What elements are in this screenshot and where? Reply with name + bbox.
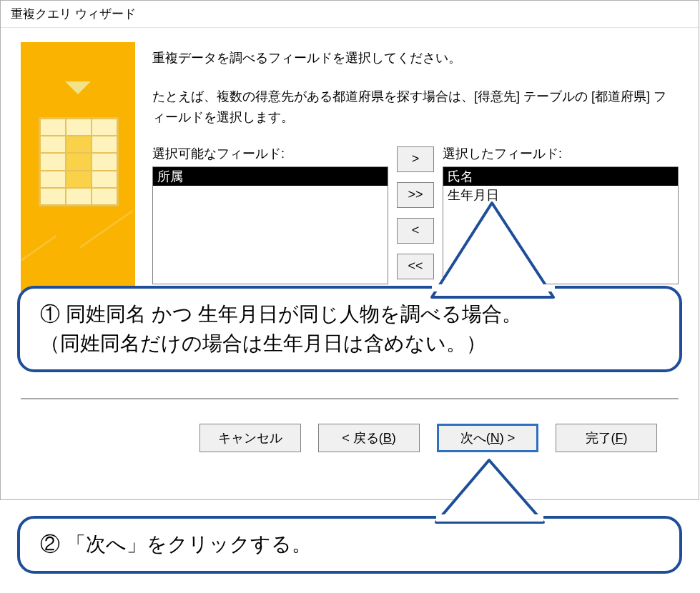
wizard-content: 重複データを調べるフィールドを選択してください。 たとえば、複数の得意先がある都… [152,42,679,292]
wizard-window: 重複クエリ ウィザード 重複データを調べるフィールドを選択してください。 たとえ… [0,0,699,500]
list-item[interactable]: 氏名 [443,167,678,186]
down-arrow-icon [65,81,91,94]
footer-divider [21,398,679,399]
list-item[interactable]: 所属 [153,167,388,186]
selected-label: 選択したフィールド: [443,145,679,162]
available-listbox[interactable]: 所属 [152,166,388,284]
wizard-footer: キャンセル < 戻る(B) 次へ(N) > 完了(F) [1,424,699,452]
callout-1: ① 同姓同名 かつ 生年月日が同じ人物を調べる場合。 （同姓同名だけの場合は生年… [17,286,682,372]
wizard-body: 重複データを調べるフィールドを選択してください。 たとえば、複数の得意先がある都… [1,28,699,292]
instruction-example: たとえば、複数の得意先がある都道府県を探す場合は、[得意先] テーブルの [都道… [152,86,679,128]
wizard-illustration [21,42,135,292]
available-label: 選択可能なフィールド: [152,145,388,162]
callout-2: ② 「次へ」をクリックする。 [17,516,682,574]
window-title: 重複クエリ ウィザード [1,1,699,28]
add-one-button[interactable]: > [397,146,434,172]
available-column: 選択可能なフィールド: 所属 [152,145,388,284]
back-button[interactable]: < 戻る(B) [318,424,420,452]
table-icon [39,117,119,206]
callout-1-line1: ① 同姓同名 かつ 生年月日が同じ人物を調べる場合。 [40,300,659,329]
instruction-main: 重複データを調べるフィールドを選択してください。 [152,49,679,66]
callout-1-line2: （同姓同名だけの場合は生年月日は含めない。） [40,329,659,359]
next-button[interactable]: 次へ(N) > [437,424,538,452]
callout-2-text: ② 「次へ」をクリックする。 [40,530,659,559]
field-picker: 選択可能なフィールド: 所属 > >> < << 選択したフィールド: 氏名生年… [152,145,679,284]
cancel-button[interactable]: キャンセル [199,424,301,452]
finish-button[interactable]: 完了(F) [556,424,657,452]
